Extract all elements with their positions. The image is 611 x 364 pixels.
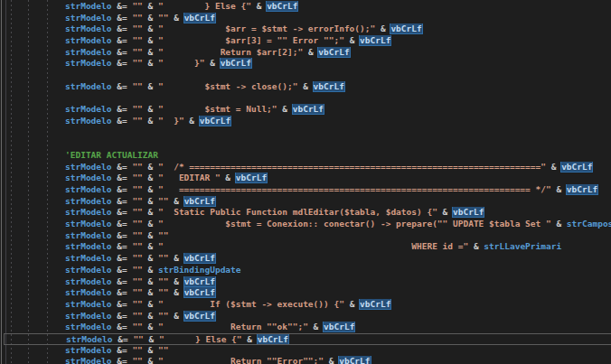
string-token: "": [132, 311, 142, 321]
code-line[interactable]: strModelo &= "" & " Return ""ok"";" & vb…: [0, 322, 611, 333]
operator-token: &: [221, 173, 236, 182]
code-line[interactable]: strModelo &= "" & "" & vbCrLf: [0, 276, 611, 288]
string-token: " Return ""Error"";": [158, 356, 324, 364]
operator-token: &: [144, 334, 159, 344]
string-token: "": [132, 81, 142, 91]
string-token: " Return ""ok"";": [158, 322, 308, 331]
string-token: "": [132, 287, 142, 297]
string-token: " Return $arr[2];": [158, 47, 303, 57]
operator-token: &=: [111, 1, 132, 11]
string-token: "": [132, 23, 142, 33]
code-line[interactable]: 'EDITAR ACTUALIZAR: [0, 150, 611, 162]
code-line[interactable]: [0, 93, 611, 105]
operator-token: &: [143, 23, 158, 33]
string-token: " $stmt = Null;": [158, 104, 277, 114]
operator-token: &: [143, 253, 158, 263]
code-line[interactable]: strModelo &= "" & "" & vbCrLf: [0, 13, 611, 24]
operator-token: &: [184, 116, 200, 126]
operator-token: &: [143, 184, 158, 194]
identifier-token: strModelo: [65, 356, 111, 364]
operator-token: &=: [111, 219, 132, 229]
string-token: " EDITAR ": [158, 173, 221, 182]
code-line[interactable]: strModelo &= "" & "": [0, 345, 611, 357]
code-line[interactable]: [0, 127, 611, 139]
code-line[interactable]: [0, 70, 611, 81]
operator-token: &: [143, 219, 158, 229]
string-token: " $arr[3] = "" Error "";": [158, 35, 344, 45]
operator-token: &: [143, 173, 158, 182]
identifier-token: strModelo: [65, 253, 111, 263]
code-line[interactable]: strModelo &= "" & " Return ""Error"";" &…: [0, 356, 611, 364]
operator-token: &=: [111, 253, 132, 263]
string-token: "": [132, 322, 142, 331]
operator-token: &: [143, 287, 158, 297]
string-token: " /* ===================================…: [158, 162, 546, 172]
string-token: "": [133, 334, 143, 344]
operator-token: &=: [111, 265, 132, 275]
operator-token: &: [143, 35, 158, 45]
current-code-line[interactable]: strModelo &= "" & " } Else {" & vbCrLf: [4, 333, 611, 345]
code-line[interactable]: strModelo &= "" & " $stmt = Conexion:: c…: [0, 219, 611, 230]
operator-token: &: [168, 253, 183, 263]
operator-token: &=: [111, 311, 132, 321]
code-line[interactable]: strModelo &= "" & "" & vbCrLf: [0, 196, 611, 208]
operator-token: &: [303, 47, 318, 57]
code-line[interactable]: strModelo &= "" & "" & vbCrLf: [0, 253, 611, 265]
operator-token: &: [143, 299, 158, 309]
operator-token: &: [143, 345, 158, 355]
string-token: "": [132, 162, 142, 172]
identifier-token: strModelo: [65, 184, 111, 194]
string-token: " }": [158, 58, 204, 68]
code-line[interactable]: strModelo &= "" & " $stmt -> close();" &…: [0, 81, 611, 93]
code-line[interactable]: strModelo &= "" & " }" & vbCrLf: [0, 58, 611, 70]
code-line[interactable]: [0, 138, 611, 150]
vbcrlf-highlight: vbCrLf: [324, 322, 354, 331]
string-token: "": [158, 287, 168, 297]
identifier-token: strModelo: [65, 58, 111, 68]
string-token: " $arr = $stmt -> errorInfo();": [158, 23, 375, 33]
operator-token: &: [242, 334, 258, 344]
string-token: "": [158, 13, 168, 23]
code-line[interactable]: strModelo &= "" & " EDITAR " & vbCrLf: [0, 173, 611, 184]
string-token: " $stmt -> close();": [158, 81, 297, 91]
code-editor: strModelo &= "" & " } Else {" & vbCrLfst…: [0, 0, 611, 364]
code-line[interactable]: strModelo &= "" & "" & vbCrLf: [0, 311, 611, 322]
operator-token: &: [551, 184, 567, 194]
identifier-token: strModelo: [65, 241, 111, 251]
code-line[interactable]: strModelo &= "" & " ====================…: [0, 184, 611, 196]
code-line[interactable]: strModelo &= "" & strBindingUpdate: [0, 265, 611, 276]
operator-token: &: [251, 1, 267, 11]
code-line[interactable]: strModelo &= "" & "" & vbCrLf: [0, 287, 611, 299]
operator-token: &=: [111, 47, 132, 57]
operator-token: &: [551, 219, 567, 229]
operator-token: &: [143, 81, 158, 91]
identifier-token: strModelo: [65, 265, 111, 275]
operator-token: &: [168, 287, 183, 297]
code-area[interactable]: strModelo &= "" & " } Else {" & vbCrLfst…: [0, 1, 611, 364]
identifier-token: strModelo: [65, 13, 111, 23]
code-line[interactable]: strModelo &= "" & " WHERE id =" & strLLa…: [0, 241, 611, 253]
code-line[interactable]: strModelo &= "" & " If ($stmt -> execute…: [0, 299, 611, 311]
code-line[interactable]: strModelo &= "" & " $arr = $stmt -> erro…: [0, 23, 611, 35]
string-token: " }": [158, 116, 184, 126]
operator-token: &: [168, 311, 183, 321]
code-line[interactable]: strModelo &= "" & " Static Public Functi…: [0, 207, 611, 219]
operator-token: &=: [111, 230, 132, 240]
string-token: " ======================================…: [158, 184, 551, 194]
vbcrlf-highlight: vbCrLf: [360, 35, 390, 45]
code-line[interactable]: strModelo &= "" & " $stmt = Null;" & vbC…: [0, 104, 611, 116]
code-line[interactable]: strModelo &= "" & " } Else {" & vbCrLf: [0, 1, 611, 13]
string-token: "": [132, 207, 142, 217]
code-line[interactable]: strModelo &= "" & "": [0, 230, 611, 242]
string-token: "": [132, 47, 142, 57]
code-line[interactable]: strModelo &= "" & " $arr[3] = "" Error "…: [0, 35, 611, 47]
identifier-token: strModelo: [65, 287, 111, 297]
operator-token: &: [143, 58, 158, 68]
code-line[interactable]: strModelo &= "" & " }" & vbCrLf: [0, 116, 611, 127]
code-line[interactable]: strModelo &= "" & " Return $arr[2];" & v…: [0, 47, 611, 59]
string-token: "": [158, 311, 168, 321]
operator-token: &: [143, 13, 158, 23]
code-line[interactable]: strModelo &= "" & " /* =================…: [0, 162, 611, 173]
vbcrlf-highlight: vbCrLf: [561, 162, 592, 172]
operator-token: &=: [111, 162, 132, 172]
